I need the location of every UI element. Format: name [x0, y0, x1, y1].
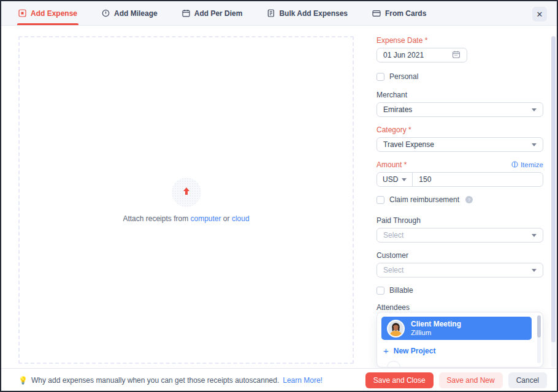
expense-date-input[interactable]: 01 Jun 2021: [376, 48, 467, 62]
attendees-label: Attendees: [376, 303, 543, 312]
expense-date-value: 01 Jun 2021: [383, 51, 424, 59]
amount-input[interactable]: 150: [413, 175, 437, 184]
project-dropdown-panel: Client Meeting Zillium + New Project: [376, 312, 543, 368]
claim-reimbursement-checkbox[interactable]: [376, 196, 384, 204]
customer-placeholder: Select: [383, 266, 403, 274]
customer-select[interactable]: Select: [376, 263, 543, 277]
mileage-icon: [102, 9, 110, 17]
cards-icon: [372, 10, 381, 17]
chevron-down-icon: [532, 269, 537, 272]
tab-add-expense[interactable]: Add Expense: [18, 1, 77, 25]
footer-bar: 💡 Why add expenses manually when you can…: [1, 368, 557, 392]
amount-label: Amount *: [376, 160, 407, 169]
attach-text-prefix: Attach receipts from: [123, 214, 188, 223]
expense-date-label: Expense Date *: [376, 36, 543, 45]
autoscan-tip: 💡 Why add expenses manually when you can…: [18, 376, 323, 385]
category-select[interactable]: Travel Expense: [376, 137, 543, 152]
itemize-label: Itemize: [521, 161, 543, 168]
itemize-icon: [511, 161, 518, 169]
dropdown-item-title: Client Meeting: [411, 320, 461, 328]
avatar: [387, 320, 405, 337]
chevron-down-icon: [532, 143, 537, 146]
add-expense-dialog: Add Expense Add Mileage Add Per Diem Bul…: [0, 0, 558, 392]
chevron-down-icon: [532, 108, 537, 111]
save-and-new-button[interactable]: Save and New: [439, 372, 503, 388]
claim-reimbursement-label: Claim reimbursement: [389, 195, 459, 204]
new-project-link[interactable]: + New Project: [383, 347, 532, 355]
window-scrollbar-thumb[interactable]: [551, 36, 556, 342]
category-value: Travel Expense: [383, 140, 434, 149]
billable-checkbox[interactable]: [376, 287, 384, 295]
tab-label: Add Mileage: [114, 9, 158, 18]
dropdown-item-subtitle: Zillium: [411, 328, 461, 337]
info-icon: ?: [465, 196, 473, 203]
calendar-icon[interactable]: [452, 50, 461, 61]
itemize-link[interactable]: Itemize: [511, 161, 543, 169]
personal-checkbox[interactable]: [376, 73, 384, 81]
chevron-down-icon: [532, 234, 537, 237]
dropdown-item-client-meeting[interactable]: Client Meeting Zillium: [381, 317, 532, 340]
save-and-close-button[interactable]: Save and Close: [365, 372, 434, 388]
claim-reimbursement-row: Claim reimbursement ?: [376, 195, 543, 204]
personal-checkbox-row: Personal: [376, 72, 543, 81]
dropdown-scrollbar-thumb[interactable]: [537, 315, 541, 337]
dropdown-item-text: Client Meeting Zillium: [411, 320, 461, 337]
currency-select[interactable]: USD: [377, 173, 413, 186]
tip-text: Why add expenses manually when you can g…: [31, 376, 279, 385]
tab-bar: Add Expense Add Mileage Add Per Diem Bul…: [1, 1, 557, 26]
close-icon[interactable]: ✕: [532, 7, 547, 21]
plus-icon: +: [383, 347, 389, 355]
category-label: Category *: [376, 126, 543, 134]
merchant-label: Merchant: [376, 91, 543, 99]
partial-next-item: [387, 361, 400, 368]
customer-label: Customer: [376, 251, 543, 260]
upload-circle: [172, 178, 201, 207]
window-scrollbar[interactable]: [551, 36, 556, 368]
cancel-button[interactable]: Cancel: [508, 372, 547, 388]
new-project-label: New Project: [394, 347, 436, 355]
personal-label: Personal: [389, 72, 418, 81]
bulb-icon: 💡: [18, 376, 28, 385]
amount-label-row: Amount * Itemize: [376, 160, 543, 169]
expense-form: Expense Date * 01 Jun 2021 Personal Merc…: [376, 36, 543, 331]
merchant-value: Emirates: [383, 105, 412, 114]
amount-input-group: USD 150: [376, 172, 543, 187]
cloud-link[interactable]: cloud: [232, 214, 250, 223]
chevron-down-icon: [402, 178, 407, 181]
upload-arrow-icon: [182, 186, 191, 198]
tab-label: Add Per Diem: [194, 9, 243, 18]
expense-icon: [18, 9, 26, 17]
tab-from-cards[interactable]: From Cards: [372, 1, 426, 25]
receipt-upload-dropzone[interactable]: Attach receipts from computer or cloud: [18, 36, 354, 364]
billable-row: Billable: [376, 286, 543, 295]
paid-through-select[interactable]: Select: [376, 228, 543, 243]
tab-add-per-diem[interactable]: Add Per Diem: [182, 1, 243, 25]
footer-buttons: Save and Close Save and New Cancel: [365, 372, 547, 388]
paid-through-label: Paid Through: [376, 216, 543, 225]
tab-label: From Cards: [385, 9, 426, 18]
attach-text-or: or: [223, 214, 230, 223]
computer-link[interactable]: computer: [190, 214, 221, 223]
merchant-select[interactable]: Emirates: [376, 102, 543, 117]
learn-more-link[interactable]: Learn More!: [283, 376, 323, 385]
billable-label: Billable: [389, 286, 413, 295]
tab-label: Add Expense: [31, 9, 77, 18]
paid-through-placeholder: Select: [383, 231, 403, 239]
tab-label: Bulk Add Expenses: [279, 9, 348, 18]
tab-add-mileage[interactable]: Add Mileage: [102, 1, 158, 25]
tab-bulk-add-expenses[interactable]: Bulk Add Expenses: [267, 1, 348, 25]
attach-receipts-text: Attach receipts from computer or cloud: [123, 214, 249, 223]
bulk-expenses-icon: [267, 9, 275, 17]
currency-value: USD: [383, 175, 398, 184]
per-diem-icon: [182, 9, 190, 17]
dropdown-scrollbar[interactable]: [537, 315, 541, 363]
